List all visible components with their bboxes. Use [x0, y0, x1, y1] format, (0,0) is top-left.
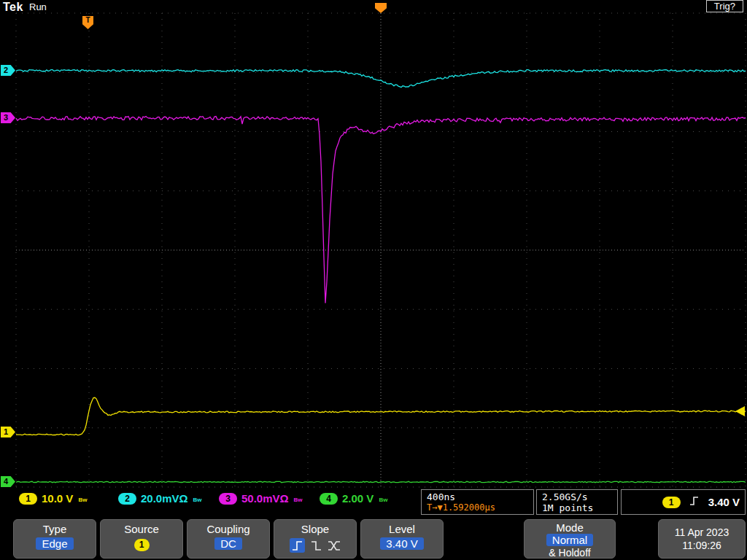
- date-readout: 11 Apr 2023: [659, 526, 745, 538]
- slope-button[interactable]: Slope: [274, 519, 357, 559]
- ch3-bandwidth-icon: Bw: [294, 497, 303, 503]
- ch3-readout: 3 50.0mVΩ Bw: [219, 492, 303, 505]
- coupling-button[interactable]: Coupling DC: [187, 519, 270, 559]
- mode-value-extra: & Holdoff: [525, 547, 615, 559]
- timebase-box: 400ns T→▼1.592000µs: [421, 489, 534, 515]
- scope-display: [0, 0, 747, 560]
- sample-rate-readout: 2.50GS/s: [542, 491, 612, 502]
- mode-button[interactable]: Mode Normal & Holdoff: [524, 519, 616, 559]
- time-readout: 11:09:26: [659, 540, 745, 551]
- acquisition-box: 2.50GS/s 1M points: [536, 489, 618, 515]
- trigger-status-badge: Trig?: [706, 0, 743, 12]
- ch2-bandwidth-icon: Bw: [193, 497, 202, 503]
- tek-logo: Tek: [3, 1, 23, 14]
- ch4-scale: 2.00 V: [342, 492, 374, 505]
- ch2-scale: 20.0mVΩ: [141, 492, 188, 505]
- trigger-source-badge: 1: [662, 497, 681, 508]
- source-button[interactable]: Source 1: [100, 519, 183, 559]
- ch1-bandwidth-icon: Bw: [78, 497, 87, 503]
- source-value-badge: 1: [134, 539, 150, 551]
- coupling-value: DC: [214, 537, 242, 550]
- ch4-badge: 4: [320, 493, 338, 505]
- source-label: Source: [101, 523, 182, 535]
- datetime-box: 11 Apr 2023 11:09:26: [658, 519, 746, 559]
- record-length-readout: 1M points: [542, 502, 612, 513]
- slope-either-option[interactable]: [328, 539, 341, 552]
- type-label: Type: [14, 523, 96, 535]
- mode-label: Mode: [525, 521, 615, 534]
- ch2-badge: 2: [118, 493, 136, 505]
- trigger-readout-box: 1 3.40 V: [621, 489, 746, 515]
- ch3-scale: 50.0mVΩ: [241, 492, 289, 505]
- slope-rising-option[interactable]: [290, 538, 305, 553]
- type-value: Edge: [36, 537, 73, 550]
- delay-readout: T→▼1.592000µs: [427, 502, 528, 513]
- mode-value: Normal: [546, 534, 593, 546]
- rising-edge-icon: [689, 495, 700, 509]
- type-button[interactable]: Type Edge: [13, 519, 96, 559]
- ch1-scale: 10.0 V: [42, 492, 73, 505]
- timebase-readout: 400ns: [427, 491, 528, 502]
- level-value: 3.40 V: [380, 537, 423, 550]
- level-label: Level: [361, 523, 443, 535]
- slope-falling-option[interactable]: [310, 539, 322, 552]
- slope-label: Slope: [274, 523, 356, 535]
- coupling-label: Coupling: [187, 523, 269, 535]
- level-button[interactable]: Level 3.40 V: [360, 519, 444, 559]
- ch4-bandwidth-icon: Bw: [379, 497, 387, 503]
- trigger-level-readout: 3.40 V: [708, 496, 740, 508]
- ch1-badge: 1: [19, 493, 37, 505]
- acquisition-status: Run: [29, 1, 47, 12]
- ch3-badge: 3: [219, 493, 237, 505]
- ch2-readout: 2 20.0mVΩ Bw: [118, 492, 202, 505]
- ch4-readout: 4 2.00 V Bw: [320, 492, 387, 505]
- ch1-readout: 1 10.0 V Bw: [19, 492, 87, 505]
